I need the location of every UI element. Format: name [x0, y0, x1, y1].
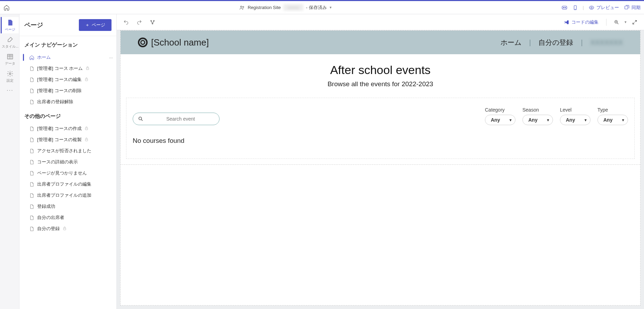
other-page-item[interactable]: 自分の登録 [19, 223, 116, 234]
saved-indicator: - 保存済み [306, 5, 327, 11]
svg-point-0 [240, 6, 242, 7]
filter-season-select[interactable]: Any▾ [522, 115, 553, 125]
filter-season-label: Season [522, 107, 553, 113]
chevron-down-icon: ▾ [585, 118, 587, 122]
site-title-blurred: xxxxx [283, 4, 303, 11]
nav-separator: | [529, 39, 531, 47]
svg-point-3 [563, 7, 564, 8]
other-page-item[interactable]: 登録成功 [19, 201, 116, 212]
other-page-item[interactable]: 出席者プロファイルの追加 [19, 190, 116, 201]
filter-level-select[interactable]: Any▾ [560, 115, 591, 125]
sync-button[interactable]: 同期 [624, 5, 641, 11]
site-header: [School name] ホーム | 自分の登録 | XXXXXXX [121, 31, 640, 54]
nav-page-item[interactable]: [管理者] コース ホーム [19, 63, 116, 74]
page-item-label: [管理者] コースの作成 [37, 125, 82, 132]
rail-styles[interactable]: スタイル... [1, 34, 19, 50]
filter-type-select[interactable]: Any▾ [597, 115, 628, 125]
page-icon [29, 137, 34, 143]
no-courses-message: No courses found [133, 137, 628, 145]
chevron-down-icon: ▾ [510, 118, 512, 122]
svg-point-19 [151, 20, 152, 21]
home-icon[interactable] [3, 5, 10, 11]
other-page-item[interactable]: アクセスが拒否されました [19, 145, 116, 156]
other-page-item[interactable]: 自分の出席者 [19, 212, 116, 223]
home-icon [29, 55, 34, 60]
brush-icon [7, 36, 14, 43]
nav-page-item[interactable]: [管理者] コースの編集 [19, 74, 116, 85]
preview-button[interactable]: プレビュー [589, 5, 619, 11]
search-input[interactable] [147, 116, 214, 122]
nav-page-item[interactable]: 出席者の登録解除 [19, 96, 116, 107]
other-page-item[interactable]: 出席者プロファイルの編集 [19, 179, 116, 190]
hero-section: After school events Browse all the event… [121, 54, 640, 92]
chevron-down-icon: ▾ [547, 118, 549, 122]
redo-button[interactable] [134, 17, 145, 27]
filter-row: Category Any▾ Season Any▾ Level Any▾ [133, 107, 628, 125]
ellipsis-icon[interactable]: ··· [109, 55, 113, 60]
page-icon [29, 77, 34, 82]
gear-icon [7, 70, 14, 77]
search-icon [138, 116, 143, 122]
site-brand: [School name] [138, 37, 209, 48]
brand-name: [School name] [151, 37, 209, 48]
page-icon [29, 215, 34, 220]
components-button[interactable] [147, 17, 158, 27]
rail-data[interactable]: データ [1, 51, 19, 67]
svg-rect-8 [625, 6, 628, 9]
zoom-button[interactable] [611, 17, 622, 27]
nav-page-item[interactable]: [管理者] コースの削除 [19, 85, 116, 96]
section-other-pages: その他のページ [19, 107, 116, 123]
lock-icon [84, 126, 89, 131]
svg-line-27 [141, 120, 142, 121]
edit-code-button[interactable]: コードの編集 [561, 18, 601, 27]
editor-toolbar: コードの編集 ▾ [117, 14, 644, 30]
other-page-item[interactable]: [管理者] コースの作成 [19, 123, 116, 134]
filter-category-select[interactable]: Any▾ [485, 115, 515, 125]
svg-rect-15 [85, 79, 88, 81]
nav-home[interactable]: ホーム [501, 38, 521, 47]
left-rail: ページ スタイル... データ 設定 ··· [0, 14, 19, 309]
other-page-item[interactable]: ページが見つかりません [19, 168, 116, 179]
page-item-label: [管理者] コースの複製 [37, 137, 82, 143]
other-page-item[interactable]: コースの詳細の表示 [19, 156, 116, 168]
page-icon [29, 204, 34, 209]
filter-level-label: Level [560, 107, 591, 113]
page-item-label: ページが見つかりません [37, 170, 87, 176]
page-icon [29, 148, 34, 154]
hero-subtitle: Browse all the events for 2022-2023 [121, 80, 640, 88]
copilot-icon[interactable] [561, 5, 568, 11]
table-icon [7, 53, 14, 60]
undo-button[interactable] [121, 17, 131, 27]
top-title-area: Registration Site xxxxx - 保存済み ▾ [13, 4, 559, 11]
lock-icon [84, 77, 89, 82]
edit-code-label: コードの編集 [571, 19, 598, 25]
chevron-down-icon[interactable]: ▾ [625, 20, 627, 24]
page-icon [29, 99, 34, 105]
svg-rect-14 [86, 68, 89, 70]
other-page-item[interactable]: [管理者] コースの複製 [19, 134, 116, 145]
rail-settings[interactable]: 設定 [1, 68, 19, 84]
search-wrap[interactable] [133, 113, 220, 125]
expand-button[interactable] [629, 17, 640, 27]
nav-item-blurred[interactable]: XXXXXXX [591, 39, 623, 47]
add-page-button[interactable]: ＋ ページ [79, 19, 112, 31]
nav-my-registrations[interactable]: 自分の登録 [538, 38, 573, 47]
filter-category: Category Any▾ [485, 107, 515, 125]
sync-label: 同期 [631, 5, 641, 11]
svg-rect-2 [562, 6, 567, 9]
add-page-label: ページ [92, 22, 105, 28]
filter-category-label: Category [485, 107, 515, 113]
eye-icon [589, 5, 594, 10]
rail-pages[interactable]: ページ [1, 17, 19, 33]
design-canvas[interactable]: [School name] ホーム | 自分の登録 | XXXXXXX Afte… [120, 30, 641, 306]
page-icon [29, 66, 34, 71]
rail-data-label: データ [5, 61, 15, 66]
svg-rect-17 [85, 139, 88, 141]
rail-more[interactable]: ··· [1, 85, 19, 95]
nav-page-item[interactable]: ホーム··· [19, 52, 116, 63]
chevron-down-icon[interactable]: ▾ [330, 5, 332, 10]
vscode-icon [564, 19, 569, 25]
page-item-label: 出席者の登録解除 [37, 99, 73, 105]
mobile-icon[interactable] [572, 5, 578, 10]
page-icon [29, 160, 34, 165]
